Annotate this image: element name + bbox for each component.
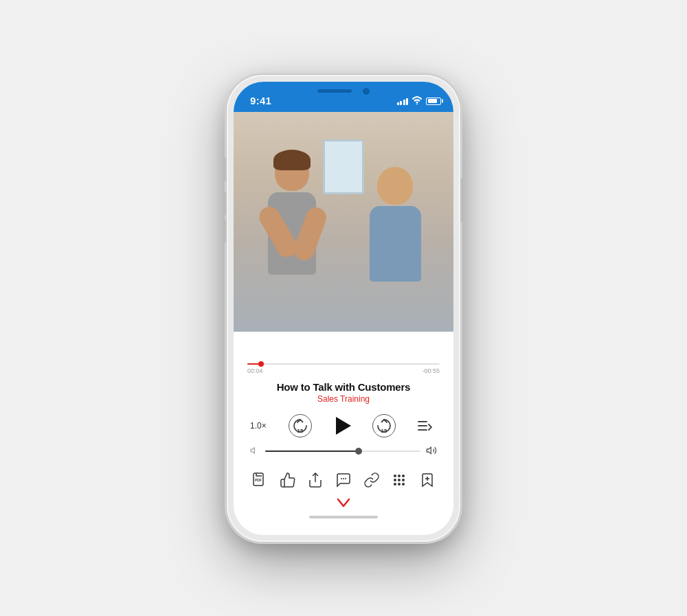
svg-text:PDF: PDF xyxy=(255,478,262,482)
status-icons xyxy=(397,96,442,106)
link-icon xyxy=(363,472,380,488)
svg-point-17 xyxy=(402,479,405,481)
video-subtitle: Sales Training xyxy=(247,394,440,404)
phone-screen: 9:41 xyxy=(234,82,453,535)
battery-icon xyxy=(426,98,441,105)
svg-point-19 xyxy=(398,483,401,486)
like-button[interactable] xyxy=(275,468,300,492)
rewind-button[interactable]: 15 xyxy=(288,413,313,438)
video-title: How to Talk with Customers xyxy=(247,381,440,393)
phone-mockup: 9:41 xyxy=(227,75,460,542)
svg-point-0 xyxy=(416,103,418,104)
bar-4 xyxy=(406,98,408,105)
player-panel: 00:04 -00:55 How to Talk with Customers … xyxy=(234,355,453,535)
comment-icon xyxy=(335,472,352,488)
person-left-body xyxy=(268,192,316,275)
controls-row: 1.0× 15 xyxy=(234,409,453,442)
play-button[interactable] xyxy=(328,412,356,440)
volume-high-icon xyxy=(426,445,437,458)
svg-point-12 xyxy=(394,475,396,477)
volume-row xyxy=(234,442,453,461)
svg-point-16 xyxy=(398,479,401,481)
person-left-arm-r xyxy=(291,204,330,262)
speaker xyxy=(317,89,352,93)
svg-marker-4 xyxy=(251,447,254,453)
bar-2 xyxy=(400,101,402,105)
svg-point-20 xyxy=(402,483,405,486)
volume-fill xyxy=(265,450,359,452)
bar-3 xyxy=(403,100,405,105)
current-time: 00:04 xyxy=(247,367,263,374)
svg-point-14 xyxy=(402,475,405,477)
forward-button[interactable]: 15 xyxy=(372,413,396,438)
chevron-down-icon xyxy=(335,498,352,507)
title-section: How to Talk with Customers Sales Trainin… xyxy=(234,377,453,409)
person-right xyxy=(350,167,440,332)
chevron-down-area[interactable] xyxy=(234,495,453,510)
apps-icon xyxy=(391,472,407,488)
link-button[interactable] xyxy=(359,468,384,492)
play-icon xyxy=(336,417,351,435)
home-bar xyxy=(309,516,378,518)
notch xyxy=(299,82,388,101)
progress-thumb[interactable] xyxy=(258,361,264,367)
apps-button[interactable] xyxy=(387,468,412,492)
actions-row: PDF xyxy=(234,461,453,495)
progress-track[interactable] xyxy=(247,363,440,365)
svg-point-10 xyxy=(343,478,344,479)
video-area[interactable] xyxy=(234,112,453,332)
pdf-button[interactable]: PDF xyxy=(247,468,272,492)
bookmark-icon xyxy=(419,472,436,488)
bar-1 xyxy=(397,102,399,105)
wifi-icon xyxy=(412,96,423,106)
status-time: 9:41 xyxy=(250,95,271,106)
remaining-time: -00:55 xyxy=(422,367,440,374)
video-scene xyxy=(234,112,453,332)
rewind-circle: 15 xyxy=(289,414,312,437)
svg-point-11 xyxy=(345,478,346,479)
signal-bars xyxy=(397,97,409,105)
share-icon xyxy=(307,472,324,488)
svg-point-18 xyxy=(394,483,396,486)
svg-point-15 xyxy=(394,479,396,481)
person-left xyxy=(247,153,337,332)
rewind-label: 15 xyxy=(297,428,304,434)
bookmark-button[interactable] xyxy=(415,468,440,492)
person-left-head xyxy=(275,153,309,191)
share-button[interactable] xyxy=(303,468,328,492)
forward-circle: 15 xyxy=(372,414,396,437)
volume-track[interactable] xyxy=(265,450,420,452)
time-row: 00:04 -00:55 xyxy=(247,367,440,374)
battery-fill xyxy=(428,99,438,103)
comment-button[interactable] xyxy=(331,468,356,492)
playlist-button[interactable] xyxy=(412,413,437,438)
svg-point-13 xyxy=(398,475,401,477)
home-indicator xyxy=(234,510,453,521)
progress-section[interactable]: 00:04 -00:55 xyxy=(234,355,453,377)
pdf-icon: PDF xyxy=(251,472,268,488)
person-right-body xyxy=(370,206,421,282)
speed-label[interactable]: 1.0× xyxy=(250,421,272,431)
svg-marker-5 xyxy=(427,447,431,453)
volume-low-icon xyxy=(250,446,260,457)
forward-label: 15 xyxy=(381,428,387,434)
camera xyxy=(363,88,370,95)
volume-thumb[interactable] xyxy=(355,448,362,455)
person-right-head xyxy=(377,167,413,205)
like-icon xyxy=(280,472,296,488)
svg-point-9 xyxy=(341,478,342,479)
person-left-hair xyxy=(273,150,311,170)
